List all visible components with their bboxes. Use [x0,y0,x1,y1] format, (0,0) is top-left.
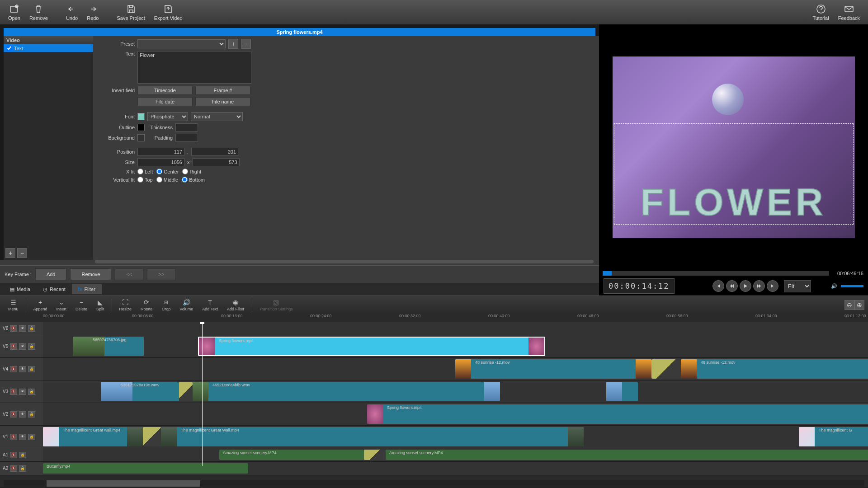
remove-button[interactable]: Remove [25,2,52,23]
transition-icon: ▧ [273,299,279,306]
undo-button[interactable]: Undo [61,2,82,23]
keyframe-prev-button[interactable]: << [115,268,143,280]
timeline-clip[interactable]: The magnificent Great Wall.mp4 [161,427,584,446]
size-h-input[interactable] [193,158,240,166]
tl-zoom-out-button[interactable]: ⊖ [844,300,854,310]
chevron-down-icon: ⌄ [59,299,64,306]
tl-zoom-in-button[interactable]: ⊕ [854,300,864,310]
keyframe-remove-button[interactable]: Remove [70,268,111,280]
tl-rotate-button[interactable]: ⟳Rotate [136,298,157,312]
font-color-swatch[interactable] [137,113,145,120]
timeline-clip[interactable]: The magnificent Great wall.mp4 [43,427,143,446]
play-button[interactable] [740,280,751,292]
padding-input[interactable] [175,134,198,142]
tab-filter[interactable]: fxFilter [72,284,102,294]
timeline-transition[interactable] [364,450,386,460]
timeline-clip[interactable]: 46521ce8a4bfb.wmv [193,382,500,401]
vfit-top-radio[interactable]: Top [137,177,153,183]
tl-append-button[interactable]: +Append [29,298,52,312]
playhead[interactable] [202,322,203,466]
keyframe-next-button[interactable]: >> [147,268,175,280]
panel-hscroll[interactable] [95,260,594,263]
tl-resize-button[interactable]: ⛶Resize [115,298,137,312]
preset-select[interactable] [137,39,226,48]
timeline-clip[interactable]: 48 sunrise -12.mov [681,359,868,379]
tab-recent[interactable]: ◷Recent [37,284,72,295]
open-button[interactable]: Open [4,2,25,23]
crop-icon: ⧆ [164,298,168,306]
skip-end-button[interactable] [767,280,778,292]
timeline-clip[interactable]: Amazing sunset scenery.MP4 [219,450,364,460]
timeline-ruler[interactable]: 00:00:00:00 00:00:08:00 00:00:16:00 00:0… [0,314,868,322]
padding-label: Padding [147,135,173,141]
timeline-clip[interactable] [606,382,638,401]
tl-split-button[interactable]: ◣Split [92,298,109,312]
insert-frame-button[interactable]: Frame # [195,86,250,95]
volume-icon[interactable]: 🔊 [831,283,837,289]
step-fwd-button[interactable] [753,280,765,292]
vfit-middle-radio[interactable]: Middle [156,177,178,183]
track-eye-icon[interactable]: 👁 [19,325,26,332]
track-lock-icon[interactable]: 🔒 [28,325,35,332]
xfit-left-radio[interactable]: Left [137,169,153,174]
feedback-button[interactable]: Feedback [834,2,864,23]
tl-delete-button[interactable]: −Delete [71,298,92,312]
tl-addfilter-button[interactable]: ◉Add Filter [222,298,249,312]
background-color-swatch[interactable] [137,134,145,141]
preview-progress-bar[interactable] [603,271,829,276]
tutorial-button[interactable]: Tutorial [808,2,833,23]
text-effect-checkbox[interactable] [6,45,12,51]
tl-volume-button[interactable]: 🔊Volume [175,298,198,312]
timeline-clip-selected[interactable]: Spring flowers.mp4 [198,337,545,356]
timeline-transition[interactable] [143,427,161,446]
remove-effect-button[interactable]: − [17,248,27,258]
timeline-clip[interactable]: Butterfly.mp4 [43,463,248,474]
export-video-button[interactable]: Export Video [150,2,187,23]
tl-insert-button[interactable]: ⌄Insert [52,298,71,312]
timeline-clip[interactable]: Amazing sunset scenery.MP4 [386,450,868,460]
timecode-display[interactable]: 00:00:14:12 [604,278,675,294]
position-x-input[interactable] [137,148,184,156]
size-w-input[interactable] [137,158,184,166]
xfit-center-radio[interactable]: Center [156,169,179,174]
position-y-input[interactable] [191,148,238,156]
timeline-transition[interactable] [651,359,681,379]
thickness-label: Thickness [147,125,173,130]
zoom-select[interactable]: Fit [784,280,811,292]
text-input[interactable] [137,51,251,84]
tab-media[interactable]: ▤Media [4,284,37,295]
effects-tree-item-text[interactable]: Text [4,44,93,52]
track-mute-icon[interactable]: 🔇 [10,325,17,332]
tl-menu-button[interactable]: ☰Menu [4,298,23,312]
preset-remove-button[interactable]: − [241,39,251,49]
xfit-right-radio[interactable]: Right [182,169,201,174]
step-back-button[interactable] [726,280,738,292]
keyframe-add-button[interactable]: Add [35,268,67,280]
skip-start-button[interactable] [712,280,724,292]
tl-crop-button[interactable]: ⧆Crop [157,297,175,312]
thickness-input[interactable] [175,123,198,131]
save-project-button[interactable]: Save Project [112,2,149,23]
font-name-select[interactable]: Phosphate [147,112,188,121]
timeline-clip[interactable]: 535171978a19c.wmv [101,382,179,401]
timeline-clip[interactable]: 48 sunrise -12.mov [455,359,651,379]
font-style-select[interactable]: Normal [191,112,243,121]
insert-timecode-button[interactable]: Timecode [137,86,193,95]
redo-button[interactable]: Redo [82,2,103,23]
outline-color-swatch[interactable] [137,124,145,131]
timeline-clip[interactable]: 565974756706.jpg [73,337,144,356]
text-overlay-box[interactable]: FLOWER [614,123,854,225]
preview-canvas[interactable]: FLOWER [613,56,855,238]
tl-addtext-button[interactable]: TAdd Text [198,298,222,312]
timeline-clip[interactable]: Spring flowers.mp4 [367,404,868,424]
volume-slider[interactable] [841,285,863,287]
effects-tree-root[interactable]: Video [4,36,93,44]
timeline-clip[interactable]: The magnificent G [799,427,868,446]
timeline-transition[interactable] [179,382,193,401]
timeline-hscroll[interactable] [4,480,864,487]
insert-filedate-button[interactable]: File date [137,97,193,106]
vfit-bottom-radio[interactable]: Bottom [182,177,205,183]
insert-filename-button[interactable]: File name [195,97,250,106]
add-effect-button[interactable]: + [5,248,15,258]
preset-add-button[interactable]: + [228,39,238,49]
